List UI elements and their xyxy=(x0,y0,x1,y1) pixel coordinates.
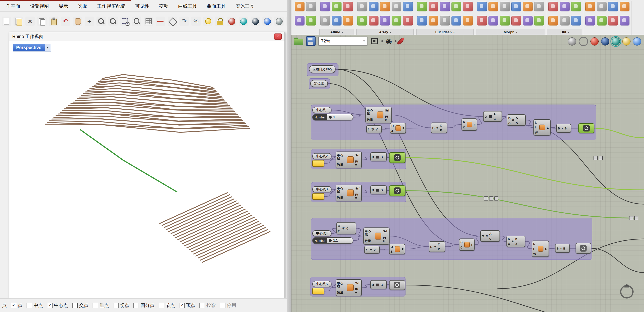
darkblue-sphere-icon[interactable] xyxy=(601,37,609,45)
menu-item-4[interactable]: 工作视窗配置 xyxy=(92,3,130,9)
zoom-plus-icon[interactable] xyxy=(84,16,94,26)
gh-node-capsule[interactable]: 中心线2 xyxy=(312,153,332,159)
viewport-canvas[interactable]: Perspective ▼ xyxy=(10,41,284,298)
checkbox-unchecked[interactable] xyxy=(134,303,139,308)
menu-item-8[interactable]: 曲面工具 xyxy=(202,3,230,9)
gh-node-mini[interactable]: SCF xyxy=(459,239,474,251)
port-in[interactable]: I xyxy=(533,247,536,250)
port-out[interactable]: L xyxy=(545,247,547,250)
ribbon-icon[interactable] xyxy=(392,2,402,11)
viewport-titlebar[interactable]: Rhino 工作视窗 ✕ xyxy=(10,32,284,41)
menu-item-1[interactable]: 设置视图 xyxy=(25,3,54,9)
osnap-中点[interactable]: 中点 xyxy=(26,302,43,309)
ribbon-icon[interactable] xyxy=(500,16,510,25)
port-out[interactable]: Pt e xyxy=(355,288,360,294)
port-in[interactable]: B xyxy=(432,126,434,129)
gh-node-mini[interactable]: B▦B xyxy=(370,152,387,161)
ribbon-icon[interactable] xyxy=(585,2,595,11)
gh-node-mini[interactable]: LIWL xyxy=(532,241,549,257)
port-out[interactable]: Pt e xyxy=(355,193,360,199)
port-out[interactable]: B xyxy=(563,247,566,250)
port-in[interactable]: 数量 xyxy=(365,239,373,242)
ribbon-icon[interactable] xyxy=(488,2,498,11)
relay-node[interactable] xyxy=(494,196,498,201)
port-in[interactable]: 中心线 xyxy=(337,187,346,193)
ribbon-icon[interactable] xyxy=(440,2,450,11)
teal-sphere-selected-icon[interactable] xyxy=(612,37,620,45)
gh-node-circle[interactable] xyxy=(389,280,405,290)
grid-icon[interactable] xyxy=(144,16,153,26)
viewport-mode-label[interactable]: Perspective xyxy=(13,44,45,51)
viewport-mode-button[interactable]: Perspective ▼ xyxy=(13,44,51,51)
ribbon-icon[interactable] xyxy=(357,16,367,25)
checkbox-checked[interactable]: ✓ xyxy=(179,303,184,308)
port-out[interactable]: A xyxy=(489,232,492,235)
port-out[interactable]: L xyxy=(547,126,548,129)
lock-icon[interactable] xyxy=(215,16,224,26)
port-in[interactable]: O xyxy=(392,124,394,127)
port-out[interactable]: P xyxy=(440,129,442,132)
ribbon-icon[interactable] xyxy=(320,2,330,11)
render-teal-icon[interactable] xyxy=(239,16,248,26)
ribbon-icon[interactable] xyxy=(523,16,532,25)
relay-node[interactable] xyxy=(629,216,633,220)
relay-node[interactable] xyxy=(634,216,638,220)
ribbon-icon[interactable] xyxy=(392,16,402,25)
port-out[interactable]: Srf xyxy=(383,230,388,233)
gh-node-mini[interactable]: SCF xyxy=(462,118,477,131)
ribbon-icon[interactable] xyxy=(320,16,330,25)
port-out[interactable]: K xyxy=(515,237,518,240)
port-out[interactable]: C xyxy=(440,124,442,127)
port-out[interactable]: F xyxy=(471,243,473,246)
copy-icon[interactable] xyxy=(37,16,46,26)
gh-node-comp[interactable]: 中心线数量SrfPt e xyxy=(336,279,362,296)
port-in[interactable]: 数量 xyxy=(337,291,346,294)
new-file-icon[interactable] xyxy=(2,16,11,26)
port-out[interactable]: F xyxy=(474,123,476,126)
port-out[interactable]: K xyxy=(516,116,518,119)
ribbon-icon[interactable] xyxy=(380,2,390,11)
ribbon-icon[interactable] xyxy=(463,2,473,11)
gh-node-mini[interactable]: B▦B xyxy=(370,185,387,194)
gh-node-mini[interactable]: LIWL xyxy=(534,119,550,136)
port-in[interactable]: 数量 xyxy=(367,118,375,121)
ribbon-icon[interactable] xyxy=(548,2,558,11)
ribbon-icon[interactable] xyxy=(343,2,353,11)
menu-item-2[interactable]: 显示 xyxy=(54,3,73,9)
port-in[interactable]: B xyxy=(372,155,374,158)
port-out[interactable]: Srf xyxy=(355,282,360,285)
ribbon-icon[interactable] xyxy=(571,2,581,11)
ribbon-icon[interactable] xyxy=(571,16,581,25)
gh-node-mini[interactable]: KAaKA xyxy=(507,114,526,126)
blue-sphere-icon[interactable] xyxy=(633,37,641,45)
ribbon-icon[interactable] xyxy=(332,2,342,11)
port-in[interactable]: K xyxy=(508,237,510,240)
port-in[interactable]: W xyxy=(535,131,538,134)
light-icon[interactable] xyxy=(203,16,212,26)
ribbon-icon[interactable] xyxy=(608,2,618,11)
ribbon-icon[interactable] xyxy=(534,16,544,25)
zoom-extents-icon[interactable] xyxy=(132,16,142,26)
port-in[interactable]: A xyxy=(508,242,510,246)
pane-splitter[interactable] xyxy=(287,0,292,312)
osnap-顶点[interactable]: ✓顶点 xyxy=(179,302,196,309)
gh-node-mini[interactable]: G≈AC xyxy=(480,230,500,242)
ribbon-icon[interactable] xyxy=(440,16,450,25)
red-sphere-icon[interactable] xyxy=(590,37,599,45)
port-in[interactable]: 中心线 xyxy=(365,230,373,236)
ribbon-icon[interactable] xyxy=(477,2,487,11)
gh-node-comp[interactable]: 中心线数量SrfPt e xyxy=(366,107,392,123)
port-in[interactable]: S xyxy=(460,240,463,243)
gh-node-mini[interactable]: KAaKA xyxy=(506,236,525,247)
ribbon-icon[interactable] xyxy=(343,16,353,25)
port-out[interactable]: Srf xyxy=(355,154,360,157)
ribbon-icon[interactable] xyxy=(403,16,413,25)
port-out[interactable]: A xyxy=(494,112,496,116)
ribbon-icon[interactable] xyxy=(417,16,427,25)
port-out[interactable]: C xyxy=(494,117,496,120)
port-in[interactable]: B xyxy=(430,245,432,248)
menu-item-5[interactable]: 可见性 xyxy=(130,3,154,9)
gh-node-capsule[interactable]: 中心线5 xyxy=(312,281,332,287)
port-in[interactable]: L xyxy=(535,121,538,124)
open-file-icon[interactable] xyxy=(294,37,303,45)
